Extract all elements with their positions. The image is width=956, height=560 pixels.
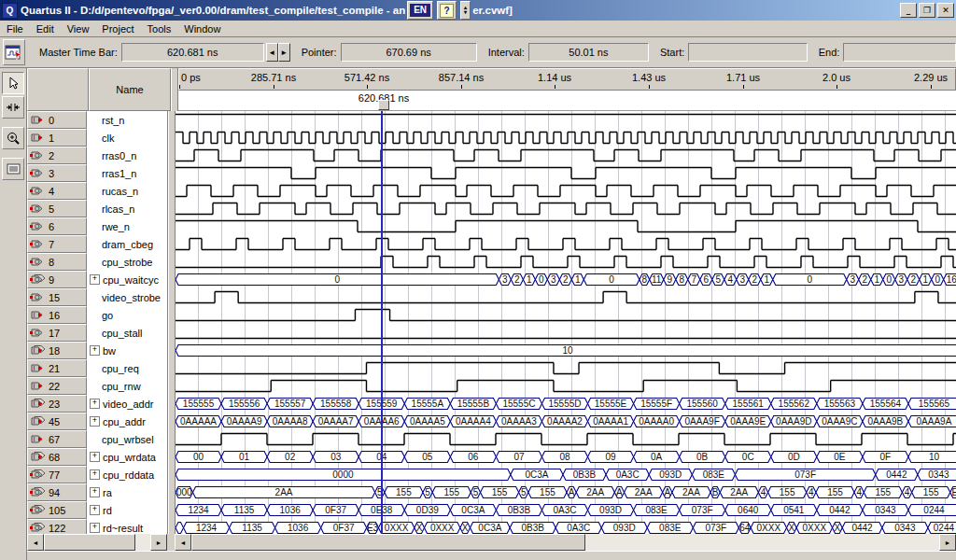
signal-name-rras0_n[interactable]: rras0_n xyxy=(87,147,167,164)
time-ruler[interactable]: 0 ps285.71 ns571.42 ns857.14 ns1.14 us1.… xyxy=(178,68,956,91)
menu-tools[interactable]: Tools xyxy=(141,22,178,35)
signal-id-cpu_stall[interactable]: O17 xyxy=(27,324,87,342)
signal-id-clk[interactable]: I1 xyxy=(27,129,87,147)
wave-cpu_waitcyc[interactable]: 03210321081198765432103210321016 xyxy=(176,271,956,288)
waveform-editor-icon[interactable] xyxy=(3,39,25,65)
signal-id-rras0_n[interactable]: O2 xyxy=(27,147,87,164)
expand-icon[interactable]: + xyxy=(90,487,100,497)
master-time-cursor-line[interactable] xyxy=(381,111,383,534)
end-field[interactable] xyxy=(843,43,956,62)
master-time-bar-spinner[interactable]: ◄ ► xyxy=(266,43,290,62)
language-options-panel[interactable]: ▴▾ xyxy=(460,1,471,20)
restore-button[interactable]: ❐ xyxy=(919,3,935,18)
signal-name-dram_cbeg[interactable]: dram_cbeg xyxy=(87,235,167,253)
waves-scroll-right-icon[interactable]: ► xyxy=(939,534,956,551)
help-icon[interactable]: ? xyxy=(440,4,454,18)
spin-right-icon[interactable]: ► xyxy=(278,43,290,62)
signal-name-cpu_wrdata[interactable]: +cpu_wrdata xyxy=(87,448,167,466)
wave-video_strobe[interactable] xyxy=(176,288,956,306)
signal-name-rlcas_n[interactable]: rlcas_n xyxy=(87,200,167,217)
master-time-cursor-handle[interactable] xyxy=(378,100,389,110)
title-bar[interactable]: Q Quartus II - D:/d/pentevo/fpga/_ver0.0… xyxy=(0,0,956,21)
waves-scroll-thumb[interactable] xyxy=(191,534,585,551)
full-screen-tool-button[interactable] xyxy=(2,158,24,180)
signal-name-cpu_rddata[interactable]: +cpu_rddata xyxy=(87,466,167,483)
signal-id-cpu_waitcyc[interactable]: O9 xyxy=(27,271,87,288)
signal-name-bw[interactable]: +bw xyxy=(87,342,167,359)
time-bar-tool-button[interactable] xyxy=(2,96,24,119)
signal-id-cpu_rddata[interactable]: O77 xyxy=(27,466,87,483)
signal-id-cpu_addr[interactable]: I45 xyxy=(27,413,87,430)
wave-cpu_wrdata[interactable]: 000102030405060708090A0B0C0D0E0F10 xyxy=(176,448,956,466)
wave-rras0_n[interactable] xyxy=(176,147,956,164)
wave-clk[interactable] xyxy=(176,129,956,147)
wave-rlcas_n[interactable] xyxy=(176,200,956,217)
expand-icon[interactable]: + xyxy=(90,274,100,285)
wave-cpu_stall[interactable] xyxy=(176,324,956,342)
signal-id-rras1_n[interactable]: O3 xyxy=(27,164,87,182)
signal-name-cpu_addr[interactable]: +cpu_addr xyxy=(87,413,167,430)
wave-cpu_rnw[interactable] xyxy=(176,377,956,395)
signal-id-rst_n[interactable]: I0 xyxy=(27,111,87,129)
start-field[interactable] xyxy=(688,43,807,62)
signal-name-rst_n[interactable]: rst_n xyxy=(87,111,167,129)
zoom-tool-button[interactable] xyxy=(2,127,24,149)
wave-rd~result[interactable]: 1234113510360F37E30XXXX0XXXX0C3A0B3B0A3C… xyxy=(176,519,956,534)
menu-file[interactable]: File xyxy=(0,22,30,35)
signal-name-video_strobe[interactable]: video_strobe xyxy=(87,288,167,306)
signal-id-video_strobe[interactable]: O15 xyxy=(27,288,87,306)
wave-cpu_addr[interactable]: 0AAAAA0AAAA90AAAA80AAAA70AAAA60AAAA50AAA… xyxy=(176,413,956,430)
signal-id-cpu_rnw[interactable]: I22 xyxy=(27,377,87,395)
panel-splitter-2[interactable] xyxy=(168,111,176,534)
spin-left-icon[interactable]: ◄ xyxy=(266,43,278,62)
language-bar[interactable]: EN xyxy=(407,1,433,20)
waves-hscrollbar[interactable]: ◄ ► xyxy=(175,534,956,551)
wave-dram_cbeg[interactable] xyxy=(176,235,956,253)
menu-project[interactable]: Project xyxy=(95,22,140,35)
wave-rst_n[interactable] xyxy=(176,111,956,129)
menu-window[interactable]: Window xyxy=(177,22,227,35)
names-hscrollbar[interactable]: ◄ ► xyxy=(27,534,167,551)
signal-name-cpu_stall[interactable]: cpu_stall xyxy=(87,324,167,342)
expand-icon[interactable]: + xyxy=(90,523,100,533)
signal-id-dram_cbeg[interactable]: O7 xyxy=(27,235,87,253)
expand-icon[interactable]: + xyxy=(90,505,100,515)
language-options-icon[interactable]: ▴▾ xyxy=(463,6,468,15)
cursor-strip[interactable]: 620.681 ns xyxy=(178,91,956,111)
signal-name-clk[interactable]: clk xyxy=(87,129,167,147)
signal-id-rlcas_n[interactable]: O5 xyxy=(27,200,87,217)
minimize-button[interactable]: _ xyxy=(900,3,917,18)
expand-icon[interactable]: + xyxy=(90,416,100,427)
language-indicator[interactable]: EN xyxy=(410,4,430,17)
signal-id-go[interactable]: I16 xyxy=(27,306,87,324)
signal-name-video_addr[interactable]: +video_addr xyxy=(87,395,167,413)
signal-id-cpu_strobe[interactable]: O8 xyxy=(27,253,87,271)
panel-splitter[interactable] xyxy=(171,68,178,111)
signal-name-rwe_n[interactable]: rwe_n xyxy=(87,217,167,235)
signal-name-cpu_waitcyc[interactable]: +cpu_waitcyc xyxy=(87,271,167,288)
signal-id-video_addr[interactable]: I23 xyxy=(27,395,87,413)
wave-rras1_n[interactable] xyxy=(176,164,956,182)
wave-rucas_n[interactable] xyxy=(176,182,956,200)
signal-name-cpu_req[interactable]: cpu_req xyxy=(87,359,167,377)
wave-go[interactable] xyxy=(176,306,956,324)
wave-ra[interactable]: 0002AA5155515551555155A2AAA2AAA2AAB2AA41… xyxy=(176,483,956,501)
expand-icon[interactable]: + xyxy=(90,452,100,462)
wave-cpu_wrbsel[interactable] xyxy=(176,430,956,448)
signal-name-rucas_n[interactable]: rucas_n xyxy=(87,182,167,200)
wave-cpu_req[interactable] xyxy=(176,359,956,377)
signal-name-cpu_wrbsel[interactable]: cpu_wrbsel xyxy=(87,430,167,448)
signal-id-rucas_n[interactable]: O4 xyxy=(27,182,87,200)
waves-scroll-left-icon[interactable]: ◄ xyxy=(175,534,191,551)
names-scroll-thumb[interactable] xyxy=(44,534,135,551)
signal-id-bw[interactable]: I18 xyxy=(27,342,87,359)
scroll-right-icon[interactable]: ► xyxy=(150,534,167,551)
selection-tool-button[interactable] xyxy=(2,72,24,94)
expand-icon[interactable]: + xyxy=(90,399,100,409)
signal-id-rd[interactable]: O105 xyxy=(27,501,87,519)
wave-rwe_n[interactable] xyxy=(176,217,956,235)
signal-name-cpu_rnw[interactable]: cpu_rnw xyxy=(87,377,167,395)
signal-name-rras1_n[interactable]: rras1_n xyxy=(87,164,167,182)
wave-video_addr[interactable]: 15555515555615555715555815555915555A1555… xyxy=(176,395,956,413)
signal-id-cpu_wrdata[interactable]: I68 xyxy=(27,448,87,466)
